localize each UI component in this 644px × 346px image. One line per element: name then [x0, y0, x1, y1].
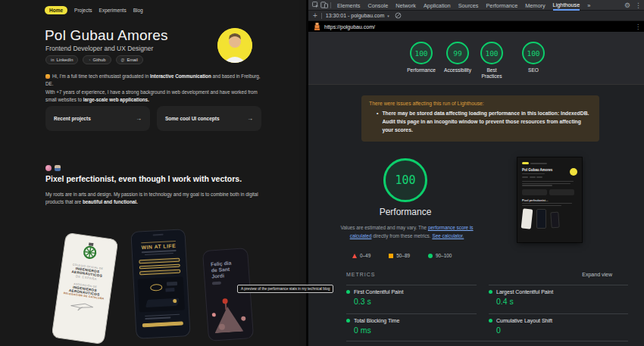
tab-memory[interactable]: Memory	[525, 1, 545, 10]
report-session-dropdown[interactable]: 13:30:01 - polgubau.com	[326, 13, 384, 18]
pass-dot-icon	[489, 290, 492, 294]
tab-elements[interactable]: Elements	[337, 1, 360, 10]
new-report-button[interactable]: +	[313, 11, 317, 20]
phone3-title: Feliç dia de Sant Jordi	[203, 248, 249, 279]
nav-item-experiments[interactable]: Experiments	[99, 8, 127, 13]
tab-performance[interactable]: Performance	[486, 1, 517, 10]
page-screenshot-thumbnail: Pol Gubau Amores	[517, 157, 582, 242]
portfolio-page: Home Projects Experiments Blog Pol Gubau…	[0, 0, 299, 346]
tab-sources[interactable]: Sources	[458, 1, 479, 10]
tab-lighthouse[interactable]: Lighthouse	[553, 0, 580, 11]
fail-triangle-icon	[352, 254, 357, 258]
toolbar-separator	[321, 13, 322, 19]
phone3-illustration	[206, 287, 253, 334]
phone-preview-tooltip: A preview of the performance stats in my…	[237, 285, 333, 293]
experience-paragraph: With +7 years of experience, I have a st…	[45, 89, 267, 104]
report-url-row: https://polgubau.com/ ⋮	[308, 21, 644, 32]
metric-largest-contentful-paint: Largest Contentful Paint 0.4 s	[489, 285, 628, 306]
tab-application[interactable]: Application	[424, 1, 451, 10]
email-icon: @	[121, 58, 125, 62]
social-buttons: in LinkedIn ◔ Github @ Email	[45, 55, 143, 64]
devtools-panel: Elements Console Network Application Sou…	[308, 0, 644, 346]
kebab-menu-icon[interactable]: ⋮	[635, 2, 642, 9]
github-icon: ◔	[88, 58, 90, 62]
screenshot-root: Home Projects Experiments Blog Pol Gubau…	[0, 0, 644, 346]
score-disclaimer: Values are estimated and may vary. The p…	[331, 224, 483, 241]
manifesto-paragraph: My roots are in arts and design. My pass…	[45, 191, 267, 206]
arrow-right-icon: →	[136, 115, 142, 122]
github-button[interactable]: ◔ Github	[83, 55, 111, 64]
email-label: Email	[127, 58, 138, 62]
score-scale-legend: 0–49 50–89 90–100	[352, 253, 452, 258]
nav-item-home[interactable]: Home	[45, 6, 67, 14]
linkedin-button[interactable]: in LinkedIn	[45, 55, 78, 64]
report-options-kebab-icon[interactable]: ⋮	[635, 23, 641, 30]
avatar	[217, 28, 252, 63]
bullet-icon: •	[377, 110, 378, 135]
emblem-icon	[63, 239, 117, 266]
warning-title: There were issues affecting this run of …	[369, 101, 592, 106]
pass-dot-icon	[346, 290, 350, 294]
more-tabs-icon[interactable]: »	[587, 1, 590, 10]
page-subtitle: Frontend Developer and UX Designer	[45, 45, 153, 52]
paper-plane-sketch	[55, 298, 108, 318]
settings-gear-icon[interactable]: ⚙	[624, 2, 630, 9]
pass-dot-icon	[346, 319, 350, 323]
tab-console[interactable]: Console	[367, 1, 388, 10]
report-url: https://polgubau.com/	[324, 24, 375, 30]
shortcut-cards: Recent projects → Some cool UI concepts …	[45, 106, 261, 131]
phone-mockup-aeronautics[interactable]: COLEGIO OFICIAL DE INGENIEROS AERONÁUTIC…	[52, 232, 119, 344]
metric-first-contentful-paint: First Contentful Paint 0.3 s	[346, 285, 477, 306]
wave-emoji	[45, 74, 50, 79]
score-seo[interactable]: 100 SEO	[509, 42, 558, 73]
expand-view-button[interactable]: Expand view	[582, 272, 612, 277]
page-title: Pol Gubau Amores	[45, 27, 168, 44]
see-calculator-link[interactable]: See calculator.	[432, 233, 464, 238]
palette-emoji	[45, 165, 52, 171]
section-emojis	[45, 165, 61, 171]
devtools-tab-bar: Elements Console Network Application Sou…	[308, 0, 644, 11]
github-label: Github	[92, 58, 105, 62]
site-nav: Home Projects Experiments Blog	[45, 6, 143, 14]
score-summary-strip: 100 Performance 99 Accessibility 100 Bes…	[308, 32, 644, 85]
metrics-bottom-divider	[346, 341, 628, 341]
phone2-title: WIN AT LIFE	[132, 242, 185, 251]
metric-cumulative-layout-shift: Cumulative Layout Shift 0	[489, 313, 628, 335]
phone-mockup-win-at-life[interactable]: WIN AT LIFE	[130, 229, 190, 339]
device-toolbar-icon[interactable]	[320, 2, 328, 9]
metrics-section-title: METRICS	[346, 272, 376, 277]
performance-category-title: Performance	[345, 207, 466, 217]
tab-network[interactable]: Network	[395, 1, 416, 10]
clear-reports-icon[interactable]	[394, 12, 402, 20]
toolbar-separator	[330, 2, 331, 8]
chevron-down-icon[interactable]: ▾	[387, 14, 389, 18]
technologist-emoji	[55, 165, 61, 171]
phone-mockup-sant-jordi[interactable]: Feliç dia de Sant Jordi	[202, 248, 254, 341]
arrow-right-icon: →	[247, 115, 253, 122]
inspect-icon[interactable]	[311, 2, 320, 9]
phone2-illustration	[138, 276, 185, 312]
pass-circle-icon	[428, 254, 433, 258]
performance-gauge[interactable]: 100	[383, 158, 427, 202]
linkedin-label: LinkedIn	[56, 58, 73, 62]
average-square-icon	[389, 254, 393, 258]
ui-concepts-card[interactable]: Some cool UI concepts →	[157, 106, 261, 131]
linkedin-icon: in	[51, 58, 54, 62]
score-best-practices[interactable]: 100 Best Practices	[471, 42, 512, 79]
lighthouse-warning-box: There were issues affecting this run of …	[361, 95, 599, 142]
email-button[interactable]: @ Email	[116, 55, 143, 64]
nav-item-projects[interactable]: Projects	[74, 8, 92, 13]
ui-concepts-label: Some cool UI concepts	[165, 116, 220, 121]
metric-total-blocking-time: Total Blocking Time 0 ms	[346, 313, 477, 335]
manifesto-title: Pixel perfectionist, even though I work …	[45, 174, 242, 183]
intro-paragraph: Hi, I'm a full time tech enthusiast grad…	[45, 73, 267, 88]
nav-item-blog[interactable]: Blog	[133, 8, 143, 13]
recent-projects-label: Recent projects	[54, 116, 91, 121]
warning-body: There may be stored data affecting loadi…	[382, 110, 592, 135]
lighthouse-report-bar: + 13:30:01 - polgubau.com ▾	[308, 11, 644, 21]
recent-projects-card[interactable]: Recent projects →	[45, 106, 150, 131]
pass-dot-icon	[489, 319, 492, 323]
report-body: There were issues affecting this run of …	[308, 85, 644, 346]
